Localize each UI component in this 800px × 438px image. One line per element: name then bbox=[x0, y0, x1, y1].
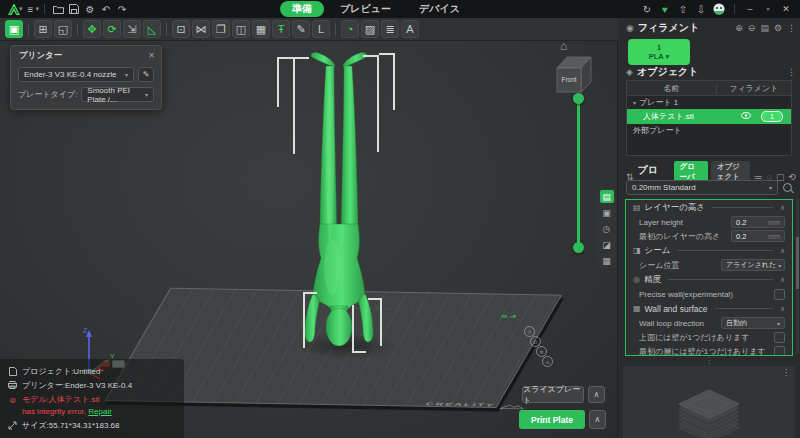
edit-printer-button[interactable]: ✎ bbox=[138, 67, 154, 82]
visibility-eye-icon[interactable] bbox=[741, 112, 751, 121]
split-tool-button[interactable]: L bbox=[312, 20, 330, 38]
undo-icon[interactable]: ↶ bbox=[98, 2, 114, 16]
precise-wall-checkbox[interactable] bbox=[774, 289, 785, 300]
settings-gear-icon[interactable]: ⚙ bbox=[82, 2, 98, 16]
panel-drag-handle[interactable]: ⋮ bbox=[618, 356, 800, 364]
setting-unit: mm bbox=[768, 219, 780, 226]
add-filament-icon[interactable]: ⊕ bbox=[735, 23, 743, 33]
section-precision[interactable]: ◎ 精度 ∧ bbox=[626, 272, 792, 287]
print-options-expander[interactable]: ∧ bbox=[589, 410, 606, 429]
minimize-button[interactable]: – bbox=[742, 4, 758, 14]
object-filament-chip[interactable]: 1 bbox=[761, 111, 783, 122]
move-tool-button[interactable]: ✥ bbox=[83, 20, 101, 38]
clone-tool-button[interactable]: ❐ bbox=[212, 20, 230, 38]
slice-plate-button[interactable]: スライスプレート bbox=[522, 386, 584, 403]
upload-icon[interactable]: ⇧ bbox=[675, 2, 691, 16]
clip-slider-track[interactable] bbox=[577, 99, 580, 247]
line-type-button[interactable]: ≣ bbox=[381, 20, 399, 38]
rotate-tool-button[interactable]: ⟳ bbox=[103, 20, 121, 38]
navigation-cube[interactable]: Front bbox=[551, 52, 595, 98]
remove-filament-icon[interactable]: ⊖ bbox=[748, 23, 756, 33]
preview-more-icon[interactable]: ⋮ bbox=[782, 368, 790, 377]
support-tool-button[interactable]: Ŧ bbox=[272, 20, 290, 38]
section-seam[interactable]: ◨ シーム ∧ bbox=[626, 243, 792, 258]
plate-paint-icon[interactable]: ◪ bbox=[600, 238, 614, 251]
setting-label: 最初のレイヤーの高さ bbox=[639, 231, 731, 242]
slice-options-expander[interactable]: ∧ bbox=[588, 386, 605, 403]
tab-prepare[interactable]: 準備 bbox=[280, 1, 324, 17]
collapse-icon[interactable]: ∧ bbox=[780, 204, 785, 212]
download-icon[interactable]: ⇩ bbox=[693, 2, 709, 16]
lay-on-face-button[interactable]: ◺ bbox=[143, 20, 161, 38]
seam-paint-button[interactable]: ◔ bbox=[341, 20, 359, 38]
hollow-tool-button[interactable]: ▦ bbox=[252, 20, 270, 38]
history-icon[interactable]: ◷ bbox=[600, 222, 614, 235]
section-wall-surface[interactable]: ▦ Wall and surface ∧ bbox=[626, 301, 792, 316]
print-plate-button[interactable]: Print Plate bbox=[519, 410, 585, 429]
filament-slot-material[interactable]: PLA ▾ bbox=[649, 52, 670, 61]
scale-tool-button[interactable]: ⇲ bbox=[123, 20, 141, 38]
viewport-canvas[interactable]: CREALITY 0.4 CREALITY ⟳ ⇄ ⚙ ⊘ bbox=[0, 40, 618, 438]
printer-panel-close-icon[interactable]: ✕ bbox=[148, 51, 155, 60]
user-avatar[interactable] bbox=[711, 2, 727, 16]
seam-position-select[interactable]: アラインされた ▾ bbox=[721, 259, 785, 271]
clip-slider-bottom-handle[interactable] bbox=[573, 242, 584, 253]
settings-scrollbar[interactable] bbox=[796, 199, 799, 354]
repair-link[interactable]: Repair bbox=[88, 407, 112, 416]
sync-icon[interactable]: ↻ bbox=[639, 2, 655, 16]
single-top-wall-checkbox[interactable] bbox=[774, 332, 785, 343]
layer-height-input[interactable]: 0.2 mm bbox=[731, 216, 785, 228]
preset-select[interactable]: 0.20mm Standard ▾ bbox=[626, 180, 778, 195]
object-row-selected[interactable]: 人体テスト.stl 1 bbox=[627, 109, 791, 124]
section-layer-height[interactable]: ▤ レイヤーの高さ ∧ bbox=[626, 200, 792, 215]
plate-group-row[interactable]: ▾ プレート 1 bbox=[627, 96, 791, 109]
filament-more-icon[interactable]: ⋮ bbox=[787, 23, 796, 33]
add-primitive-button[interactable]: ◱ bbox=[54, 20, 72, 38]
clip-slider-top-handle[interactable] bbox=[573, 93, 584, 104]
filament-settings-icon[interactable]: ⚙ bbox=[774, 23, 782, 33]
redo-icon[interactable]: ↷ bbox=[114, 2, 130, 16]
multi-plate-icon[interactable]: ▦ bbox=[600, 254, 614, 267]
collapse-icon[interactable]: ∧ bbox=[780, 276, 785, 284]
titlebar: ▾ ≡ ▾ ⚙ ↶ ↷ 準備 プレビュー デバイス ↻ ♥ ⇧ ⇩ – ▫ bbox=[0, 0, 800, 18]
import-model-button[interactable]: ⊞ bbox=[34, 20, 52, 38]
favorite-icon[interactable]: ♥ bbox=[657, 2, 673, 16]
assemble-tool-button[interactable]: ◫ bbox=[232, 20, 250, 38]
search-icon[interactable] bbox=[783, 183, 792, 192]
plate-select-tool-button[interactable]: ▣ bbox=[5, 20, 23, 38]
text-tool-button[interactable]: A bbox=[401, 20, 419, 38]
auto-arrange-button[interactable]: ⊡ bbox=[172, 20, 190, 38]
filament-slot-chip[interactable]: 1 PLA ▾ bbox=[628, 39, 690, 65]
tab-device[interactable]: デバイス bbox=[407, 1, 472, 17]
process-settings: ▤ レイヤーの高さ ∧ Layer height 0.2 mm 最初のレイヤーの… bbox=[625, 199, 793, 356]
wall-loop-direction-select[interactable]: 自動的 ▾ bbox=[721, 317, 785, 329]
plate-preview-thumbnail[interactable]: ⋮ bbox=[623, 366, 795, 438]
plate-action-lock-icon[interactable]: ⊘ bbox=[542, 356, 553, 367]
collapse-icon[interactable]: ∧ bbox=[780, 247, 785, 255]
draw-tool-button[interactable]: ✎ bbox=[292, 20, 310, 38]
filament-library-icon[interactable]: ▤ bbox=[760, 23, 769, 33]
object-more-icon[interactable]: ⋮ bbox=[787, 67, 796, 77]
external-plate-row[interactable]: 外部プレート bbox=[627, 124, 791, 137]
plate-group-label: プレート 1 bbox=[639, 97, 678, 108]
texture-tool-button[interactable]: ▨ bbox=[361, 20, 379, 38]
object-table: 名前 フィラメント ▾ プレート 1 人体テスト.stl 1 外部プレート bbox=[626, 80, 792, 156]
first-layer-height-input[interactable]: 0.2 mm bbox=[731, 230, 785, 242]
menu-caret-icon[interactable]: ▾ bbox=[36, 5, 40, 13]
maximize-button[interactable]: ▫ bbox=[760, 4, 776, 14]
plate-type-select[interactable]: Smooth PEI Plate /... ▾ bbox=[81, 87, 154, 102]
clip-slider[interactable] bbox=[572, 93, 584, 253]
mirror-tool-button[interactable]: ⋈ bbox=[192, 20, 210, 38]
save-icon[interactable] bbox=[66, 2, 82, 16]
close-button[interactable]: ✕ bbox=[778, 4, 794, 14]
svg-text:Z: Z bbox=[83, 327, 88, 334]
open-file-icon[interactable] bbox=[50, 2, 66, 16]
tab-preview[interactable]: プレビュー bbox=[328, 1, 403, 17]
layer-preview-icon[interactable]: ▤ bbox=[600, 190, 614, 203]
single-first-wall-checkbox[interactable] bbox=[774, 346, 785, 357]
setting-value: 0.2 bbox=[736, 218, 746, 227]
printer-select[interactable]: Ender-3 V3 KE-0.4 nozzle ▾ bbox=[18, 67, 134, 82]
collapse-icon[interactable]: ∧ bbox=[780, 305, 785, 313]
model-info-icon[interactable]: ▣ bbox=[600, 206, 614, 219]
setting-label: シーム位置 bbox=[639, 260, 721, 271]
